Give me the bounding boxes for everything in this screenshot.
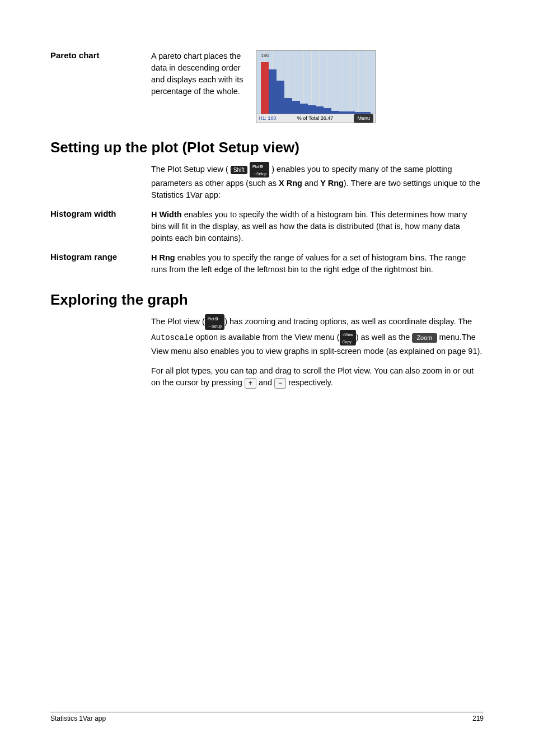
explore-mid3: ) as well as the — [356, 333, 413, 342]
page-footer: Statistics 1Var app 219 — [50, 712, 484, 722]
pareto-bar-1 — [261, 62, 269, 114]
explore-mid1: ) has zooming and tracing options, as we… — [224, 317, 472, 326]
setup-mid: and — [302, 179, 320, 188]
page-content: Pareto chart A pareto chart places the d… — [50, 50, 484, 389]
plot-setup-key-icon: Plot⯐→Setup — [250, 162, 269, 178]
status-left: H1: 180 — [259, 115, 277, 122]
pareto-bar-4 — [284, 98, 292, 114]
explore-p2: For all plot types, you can tap and drag… — [151, 365, 484, 389]
zoom-button-icon: Zoom — [412, 333, 437, 343]
page-number: 219 — [472, 715, 484, 722]
chart-y-max: 190 — [261, 52, 269, 59]
explore-p1: The Plot view (Plot⯐→Setup) has zooming … — [151, 314, 484, 357]
pareto-chart-screenshot: 190 H1: 180 % of Total 26.47 Menu — [256, 50, 376, 123]
yrng-label: Y Rng — [320, 179, 344, 188]
chart-status-bar: H1: 180 % of Total 26.47 Menu — [256, 114, 376, 123]
pareto-heading: Pareto chart — [50, 50, 151, 60]
setup-intro-text: The Plot Setup view ( Shift Plot⯐→Setup … — [151, 162, 484, 201]
explore-p1-row: The Plot view (Plot⯐→Setup) has zooming … — [50, 314, 484, 357]
explore2-mid: and — [256, 378, 274, 387]
plus-key-icon: + — [245, 378, 256, 389]
pareto-bar-8 — [316, 106, 324, 114]
plot-key-icon: Plot⯐→Setup — [205, 314, 224, 330]
pareto-description: A pareto chart places the data in descen… — [151, 50, 249, 123]
hrange-body: H Rng enables you to specify the range o… — [151, 252, 484, 276]
hwidth-text: enables you to specify the width of a hi… — [151, 210, 467, 242]
pareto-bar-7 — [308, 105, 316, 114]
pareto-bar-6 — [300, 104, 308, 114]
pareto-bar-9 — [324, 108, 331, 114]
explore2-end: respectively. — [286, 378, 333, 387]
hwidth-heading: Histogram width — [50, 209, 151, 218]
footer-left: Statistics 1Var app — [50, 715, 106, 722]
pareto-section: Pareto chart A pareto chart places the d… — [50, 50, 484, 123]
explore-p2-row: For all plot types, you can tap and drag… — [50, 365, 484, 389]
minus-key-icon: − — [274, 378, 286, 389]
explore-pre: The Plot view ( — [151, 317, 205, 326]
autoscale-code: Autoscale — [151, 333, 194, 342]
pareto-bar-5 — [292, 101, 300, 114]
view-key-icon: ≡ViewCopy — [340, 330, 356, 346]
hrange-heading: Histogram range — [50, 252, 151, 262]
pareto-bars — [261, 59, 373, 114]
hrange-term: H Rng — [151, 253, 175, 262]
setup-intro-row: The Plot Setup view ( Shift Plot⯐→Setup … — [50, 162, 484, 201]
explore-mid2: option is available from the View menu ( — [194, 333, 340, 342]
chart-menu-button[interactable]: Menu — [354, 114, 373, 123]
pareto-bar-2 — [269, 69, 277, 114]
setup-pre: The Plot Setup view ( — [151, 165, 228, 174]
shift-key-icon: Shift — [231, 166, 247, 174]
hrange-row: Histogram range H Rng enables you to spe… — [50, 252, 484, 276]
xrng-label: X Rng — [279, 179, 302, 188]
heading-exploring: Exploring the graph — [50, 291, 484, 309]
hwidth-term: H Width — [151, 210, 182, 219]
hrange-text: enables you to specify the range of valu… — [151, 253, 466, 274]
heading-plot-setup: Setting up the plot (Plot Setup view) — [50, 139, 484, 156]
hwidth-row: Histogram width H Width enables you to s… — [50, 209, 484, 244]
status-mid: % of Total 26.47 — [297, 115, 333, 122]
pareto-bar-3 — [277, 81, 284, 114]
hwidth-body: H Width enables you to specify the width… — [151, 209, 484, 244]
